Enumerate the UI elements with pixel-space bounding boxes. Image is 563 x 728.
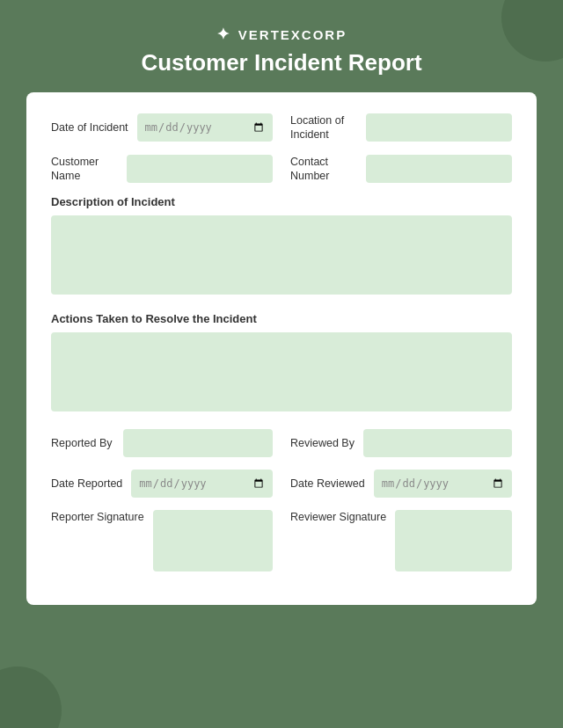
form-container: Date of Incident Location of Incident Cu…: [26, 92, 537, 605]
location-of-incident-group: Location of Incident: [290, 113, 512, 142]
date-reviewed-input[interactable]: [374, 470, 512, 498]
customer-name-label: Customer Name: [51, 155, 118, 184]
reported-by-label: Reported By: [51, 436, 114, 450]
date-reviewed-group: Date Reviewed: [290, 470, 512, 498]
form-row-5: Reporter Signature Reviewer Signature: [51, 510, 512, 571]
page-header: ✦ VERTEXCORP Customer Incident Report: [0, 0, 563, 92]
deco-circle-bottom-left: [0, 666, 62, 728]
date-reported-input[interactable]: [131, 470, 273, 498]
description-textarea[interactable]: [51, 215, 512, 295]
reporter-signature-label: Reporter Signature: [51, 510, 144, 524]
reporter-signature-group: Reporter Signature: [51, 510, 273, 571]
date-of-incident-label: Date of Incident: [51, 120, 128, 135]
form-row-1: Date of Incident Location of Incident: [51, 113, 512, 142]
date-reported-group: Date Reported: [51, 470, 273, 498]
form-row-2: Customer Name Contact Number: [51, 155, 512, 184]
customer-name-group: Customer Name: [51, 155, 273, 184]
actions-label: Actions Taken to Resolve the Incident: [51, 312, 512, 325]
date-of-incident-group: Date of Incident: [51, 113, 273, 142]
actions-textarea[interactable]: [51, 332, 512, 411]
reviewed-by-input[interactable]: [363, 429, 512, 457]
brand-name: ✦ VERTEXCORP: [18, 25, 545, 44]
form-row-4: Date Reported Date Reviewed: [51, 470, 512, 498]
contact-number-group: Contact Number: [290, 155, 512, 184]
reporter-signature-box[interactable]: [153, 510, 273, 571]
reviewed-by-label: Reviewed By: [290, 436, 355, 450]
description-label: Description of Incident: [51, 195, 512, 208]
location-of-incident-input[interactable]: [366, 113, 512, 142]
reviewer-signature-group: Reviewer Signature: [290, 510, 512, 571]
customer-name-input[interactable]: [127, 155, 273, 183]
form-row-3: Reported By Reviewed By: [51, 429, 512, 457]
contact-number-input[interactable]: [366, 155, 512, 183]
contact-number-label: Contact Number: [290, 155, 357, 184]
reported-by-input[interactable]: [123, 429, 273, 457]
reported-by-group: Reported By: [51, 429, 273, 457]
brand-text: VERTEXCORP: [238, 27, 347, 42]
date-of-incident-input[interactable]: [137, 113, 273, 142]
reviewed-by-group: Reviewed By: [290, 429, 512, 457]
star-icon: ✦: [216, 25, 231, 44]
page-title: Customer Incident Report: [18, 49, 545, 76]
reviewer-signature-box[interactable]: [395, 510, 512, 571]
date-reported-label: Date Reported: [51, 477, 122, 491]
reviewer-signature-label: Reviewer Signature: [290, 510, 386, 524]
date-reviewed-label: Date Reviewed: [290, 477, 365, 491]
location-of-incident-label: Location of Incident: [290, 113, 357, 142]
